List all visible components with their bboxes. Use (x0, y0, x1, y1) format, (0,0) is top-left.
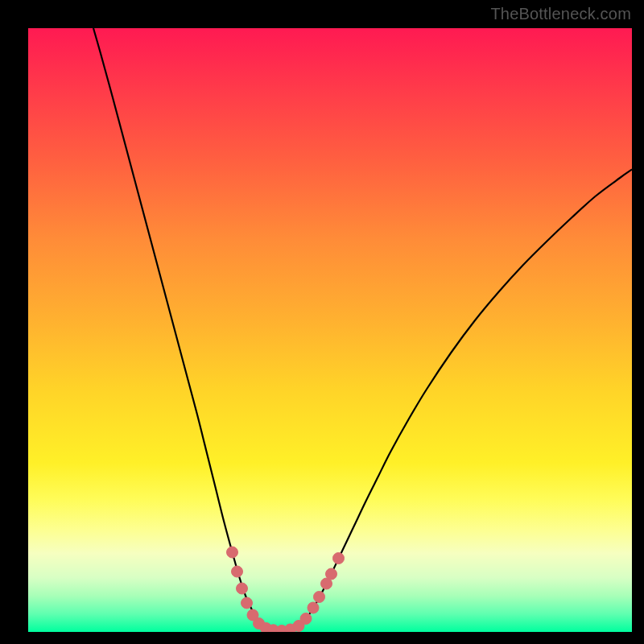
marker-dot (300, 613, 312, 625)
bottleneck-curve (93, 28, 632, 631)
marker-dot (232, 566, 243, 577)
marker-dot (242, 597, 253, 609)
marker-dot (326, 568, 337, 580)
marker-dot (333, 553, 345, 564)
chart-frame: TheBottleneck.com (0, 0, 644, 644)
plot-area (28, 28, 632, 632)
marker-dot (314, 592, 325, 603)
marker-dot (237, 583, 248, 594)
bottleneck-markers (227, 547, 345, 632)
bottleneck-curve-svg (28, 28, 632, 632)
marker-dot (308, 602, 319, 613)
marker-dot (227, 547, 238, 558)
attribution-text: TheBottleneck.com (490, 5, 631, 23)
